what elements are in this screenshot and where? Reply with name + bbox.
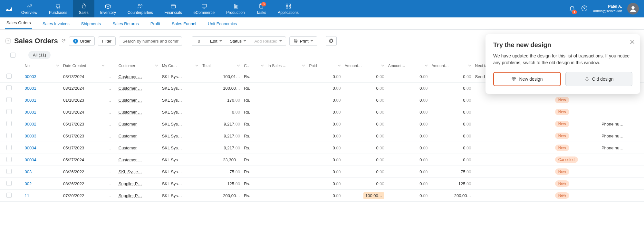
nav-counterparties[interactable]: Counterparties [122,0,159,17]
order-number-link[interactable]: 00004 [25,146,36,150]
nav-ecommerce[interactable]: eCommerce [188,0,220,17]
settings-button[interactable] [326,36,337,46]
col-amount1[interactable]: Amount… [343,61,386,71]
nav-sales[interactable]: Sales [73,0,94,17]
app-logo[interactable] [3,0,15,17]
table-row[interactable]: 00002 05/17/2023 .. Customer SKL Sys… 9,… [0,118,644,130]
ellipsis: .. [107,118,117,130]
help-icon[interactable]: ? [5,38,11,44]
btn-label: Status [230,39,242,44]
order-number-link[interactable]: 00001 [25,98,36,103]
col-paid[interactable]: Paid [307,61,342,71]
customer-link[interactable]: SKL Syste… [119,169,142,174]
paid-cell: 0.00 [307,106,342,118]
filter-button[interactable]: Filter [98,36,116,46]
col-customer[interactable]: Customer [117,61,160,71]
table-row[interactable]: 00002 03/13/2024 .. Customer … SKL Sys… … [0,106,644,118]
table-row[interactable]: 00004 05/17/2023 .. Customer SKL Sys… 9,… [0,142,644,154]
ellipsis: .. [107,154,117,166]
col-currency[interactable]: C.. [242,61,266,71]
customer-link[interactable]: Customer … [119,98,142,103]
new-design-button[interactable]: New design [493,72,561,86]
tab-unit-economics[interactable]: Unit Economics [207,18,238,29]
help-button[interactable] [581,5,588,13]
row-checkbox[interactable] [6,109,12,114]
table-row[interactable]: 11 07/20/2022 .. Supplier P… SKL Sys… 20… [0,190,644,202]
status-badge: Canceled [555,156,578,163]
row-checkbox[interactable] [6,169,12,174]
nav-applications[interactable]: Applications [272,0,304,17]
table-row[interactable]: 00004 05/27/2024 .. Customer … SKL Sys… … [0,154,644,166]
new-order-button[interactable]: +Order [69,36,95,46]
row-checkbox[interactable] [6,181,12,186]
col-total[interactable]: Total [200,61,242,71]
row-checkbox[interactable] [6,133,12,138]
edit-button[interactable]: Edit [206,36,226,46]
customer-link[interactable]: Customer … [119,157,142,162]
order-number-link[interactable]: 00002 [25,122,36,126]
nav-purchases[interactable]: Purchases [43,0,73,17]
row-checkbox[interactable] [6,74,12,79]
table-row[interactable]: 003 08/26/2022 .. SKL Syste… SKL Sys… 75… [0,166,644,178]
insales-cell [266,166,307,178]
tab-sales-orders[interactable]: Sales Orders [5,17,32,29]
old-design-button[interactable]: Old design [565,72,632,86]
refresh-button[interactable] [61,38,66,44]
table-row[interactable]: 00001 01/18/2023 .. Customer … SKL Sys… … [0,94,644,106]
table-row[interactable]: 00003 05/17/2023 .. Customer SKL Sys… 9,… [0,130,644,142]
customer-link[interactable]: Customer [119,122,137,126]
order-number-link[interactable]: 00004 [25,157,36,162]
amount-cell: 0.00 [386,130,430,142]
customer-link[interactable]: Customer … [119,110,142,115]
customer-link[interactable]: Customer … [119,86,142,91]
col-amount2[interactable]: Amount… [386,61,430,71]
nav-overview[interactable]: Overview [15,0,43,17]
tab-sales-returns[interactable]: Sales Returns [111,18,140,29]
currency-cell: Rs. [242,71,266,83]
tab-sales-invoices[interactable]: Sales Invoices [41,18,71,29]
col-no[interactable]: No. [23,61,62,71]
nav-inventory[interactable]: Inventory [94,0,122,17]
status-button[interactable]: Status [226,36,251,46]
notifications-button[interactable]: 1 [569,5,576,13]
nav-production[interactable]: Production [220,0,250,17]
customer-link[interactable]: Customer [119,134,137,138]
close-button[interactable] [629,39,636,46]
tab-sales-funnel[interactable]: Sales Funnel [170,18,197,29]
order-number-link[interactable]: 11 [25,193,29,198]
order-number-link[interactable]: 002 [25,181,32,186]
add-related-button[interactable]: Add Related [250,36,286,46]
row-checkbox[interactable] [6,145,12,150]
order-number-link[interactable]: 00003 [25,74,36,79]
search-input[interactable] [119,36,182,46]
tab-profit[interactable]: Profit [149,18,161,29]
select-all-checkbox[interactable] [10,53,15,58]
order-number-link[interactable]: 00001 [25,86,36,91]
row-checkbox[interactable] [6,97,12,102]
row-checkbox[interactable] [6,157,12,162]
avatar[interactable] [627,3,639,15]
top-nav: Overview Purchases Sales Inventory Count… [0,0,644,17]
user-menu[interactable]: Patel A. admin@sevkavlab [593,4,622,14]
customer-link[interactable]: Customer [119,146,137,150]
order-number-link[interactable]: 003 [25,169,32,174]
filter-chip-all[interactable]: All (11) [28,51,51,59]
row-checkbox[interactable] [6,85,12,90]
status-badge: New [555,145,569,151]
col-company[interactable]: My Co… [160,61,201,71]
col-amount3[interactable]: Amount… [430,61,473,71]
col-date[interactable]: Date Created [61,61,107,71]
order-number-link[interactable]: 00002 [25,110,36,115]
col-insales[interactable]: In Sales … [266,61,307,71]
table-row[interactable]: 002 08/26/2022 .. Supplier P… SKL Sys… 1… [0,178,644,190]
nav-financials[interactable]: Financials [159,0,188,17]
nav-tasks[interactable]: 3 Tasks [251,0,272,17]
customer-link[interactable]: Supplier P… [119,181,142,186]
print-button[interactable]: Print [289,36,317,46]
customer-link[interactable]: Customer … [119,74,142,79]
tab-shipments[interactable]: Shipments [80,18,102,29]
row-checkbox[interactable] [6,121,12,126]
customer-link[interactable]: Supplier P… [119,193,142,198]
row-checkbox[interactable] [6,193,12,198]
order-number-link[interactable]: 00003 [25,134,36,138]
